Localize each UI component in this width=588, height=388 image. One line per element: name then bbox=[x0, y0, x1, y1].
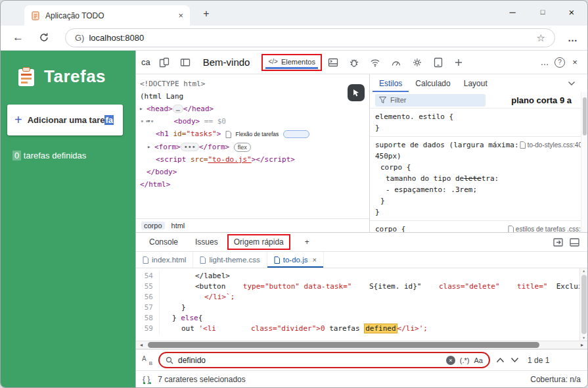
code-editor[interactable]: 54</label> 55<button type="button" data-… bbox=[136, 268, 587, 341]
file-tab-index-html[interactable]: index.html bbox=[136, 252, 193, 268]
scroll-left-icon[interactable]: ◂ bbox=[136, 342, 147, 348]
tree-line-doctype[interactable]: <!DOCTYPE html> bbox=[136, 78, 369, 90]
tree-line-body-close[interactable]: </body> bbox=[136, 166, 369, 178]
script-src-link[interactable]: "to-do.js" bbox=[208, 155, 251, 164]
tree-line-h1[interactable]: <h1 id="tasks"> Flexão de tarefas bbox=[136, 128, 369, 141]
match-count: 1 de 1 bbox=[528, 356, 549, 365]
tree-line-html[interactable]: (html Lang bbox=[136, 90, 369, 103]
tab-computed[interactable]: Calculado bbox=[409, 75, 457, 92]
expand-arrow-icon[interactable]: ▸ bbox=[139, 103, 143, 115]
browser-menu-icon[interactable]: … bbox=[568, 32, 578, 43]
search-field[interactable]: × (.*) Aa bbox=[158, 352, 490, 368]
site-info-icon[interactable]: G) bbox=[75, 33, 84, 43]
plus-icon: + bbox=[14, 112, 22, 128]
funnel-icon bbox=[379, 97, 386, 104]
tree-line-head[interactable]: ▸<head>…</head> bbox=[136, 103, 369, 115]
tab-favicon-icon bbox=[31, 11, 40, 20]
console-drawer-icon[interactable] bbox=[328, 57, 338, 68]
collapsed-content-button[interactable]: ••• bbox=[181, 143, 199, 151]
scrollbar-thumb[interactable] bbox=[148, 342, 539, 348]
tab-layout[interactable]: Layout bbox=[457, 75, 494, 92]
search-input[interactable] bbox=[178, 356, 441, 365]
scroll-down-icon[interactable]: ▾ bbox=[582, 335, 585, 341]
translated-highlight: fa bbox=[104, 115, 114, 125]
pretty-print-icon[interactable]: { } bbox=[143, 375, 151, 384]
close-file-icon[interactable]: × bbox=[312, 256, 316, 264]
device-toolbar-icon[interactable] bbox=[159, 57, 170, 68]
tab-welcome[interactable]: Bem-vindo bbox=[196, 57, 257, 68]
more-menu-icon[interactable]: … bbox=[537, 57, 552, 67]
close-tab-icon[interactable]: × bbox=[178, 11, 183, 20]
inspect-label[interactable]: ca bbox=[141, 57, 150, 67]
tab-quick-source[interactable]: Origem rápida bbox=[227, 234, 290, 250]
file-tab-light-theme-css[interactable]: light-theme.css bbox=[193, 252, 267, 268]
bug-icon[interactable] bbox=[349, 57, 359, 68]
match-case-toggle[interactable]: Aa bbox=[474, 356, 483, 364]
refresh-button[interactable] bbox=[39, 32, 49, 43]
stylesheet-link[interactable]: estilos de tarefas .css:l bbox=[508, 224, 582, 232]
browser-toolbar: ← G) localhost:8080 ☆ … bbox=[1, 26, 587, 51]
tree-line-form[interactable]: ▸<form>•••</form> flex bbox=[136, 141, 369, 153]
performance-gauge-icon[interactable] bbox=[391, 57, 401, 68]
rule-divider bbox=[370, 220, 587, 221]
css-property: tamanho do tipo deletetra: bbox=[375, 173, 582, 184]
previous-match-icon[interactable] bbox=[496, 357, 505, 363]
new-tab-button[interactable]: + bbox=[199, 7, 214, 21]
tree-line-body[interactable]: ••• ▾<body> == $0 bbox=[136, 115, 369, 128]
dom-tree[interactable]: <!DOCTYPE html> (html Lang ▸<head>…</hea… bbox=[136, 74, 369, 218]
file-tabbar: index.html light-theme.css to-do.js× bbox=[136, 252, 587, 268]
breadcrumb-body[interactable]: corpo bbox=[141, 222, 165, 230]
tree-line-html-close[interactable]: </html> bbox=[136, 178, 369, 191]
dock-drawer-icon[interactable] bbox=[553, 238, 563, 247]
file-tab-to-do-js[interactable]: to-do.js× bbox=[267, 252, 324, 268]
status-bar: { } 7 carateres selecionados Cobertura: … bbox=[136, 370, 587, 387]
add-drawer-tab-button[interactable]: + bbox=[297, 233, 317, 251]
next-match-icon[interactable] bbox=[510, 357, 519, 363]
flex-badge[interactable]: flex bbox=[234, 143, 251, 152]
inspect-cursor-icon[interactable] bbox=[348, 84, 365, 101]
favorite-star-icon[interactable]: ☆ bbox=[537, 32, 545, 44]
chevron-down-icon[interactable] bbox=[568, 81, 576, 86]
horizontal-scrollbar[interactable]: ◂ ▸ bbox=[136, 341, 587, 349]
tab-console[interactable]: Console bbox=[141, 233, 186, 251]
styles-scrollbar[interactable] bbox=[581, 92, 587, 232]
add-panel-icon[interactable] bbox=[454, 58, 463, 67]
collapse-arrow-icon[interactable]: ▾ bbox=[147, 115, 150, 128]
device-emulation-icon[interactable] bbox=[433, 57, 443, 68]
regex-toggle[interactable]: (.*) bbox=[460, 356, 470, 364]
close-window-button[interactable]: × bbox=[557, 1, 586, 23]
expand-drawer-icon[interactable] bbox=[570, 238, 579, 247]
network-wifi-icon[interactable] bbox=[370, 57, 380, 68]
scroll-right-icon[interactable]: ▸ bbox=[577, 342, 587, 348]
scroll-up-icon[interactable]: ▴ bbox=[582, 268, 585, 274]
add-task-button[interactable]: + Adicionar uma tarefa bbox=[7, 105, 123, 135]
match-letters-icon[interactable]: AB bbox=[142, 355, 152, 366]
dock-side-icon[interactable] bbox=[180, 57, 191, 68]
flex-badge[interactable] bbox=[283, 130, 309, 138]
help-icon[interactable]: ? bbox=[554, 57, 565, 68]
close-devtools-icon[interactable]: × bbox=[568, 57, 582, 67]
search-icon bbox=[166, 356, 173, 364]
tab-styles[interactable]: Estilos bbox=[373, 75, 409, 92]
maximize-window-button[interactable]: □ bbox=[528, 1, 557, 23]
minimize-window-button[interactable]: ─ bbox=[498, 1, 527, 23]
code-line: 56</li>`; bbox=[136, 292, 587, 303]
breadcrumb-html[interactable]: html bbox=[171, 222, 185, 230]
address-bar[interactable]: G) localhost:8080 ☆ bbox=[65, 28, 555, 47]
tab-strip: Aplicação TODO × + ─ □ × bbox=[1, 1, 587, 26]
browser-tab[interactable]: Aplicação TODO × bbox=[24, 5, 190, 26]
styles-filter-input[interactable]: Filter bbox=[375, 94, 486, 107]
styles-rules[interactable]: elemento. estilo { } suporte de dados (l… bbox=[370, 109, 587, 232]
clear-search-icon[interactable]: × bbox=[446, 356, 455, 365]
collapsed-content-button[interactable]: … bbox=[173, 105, 183, 113]
settings-gear-icon[interactable] bbox=[412, 57, 422, 68]
stylesheet-link[interactable]: to-do-styles.css:40 bbox=[520, 139, 582, 151]
pseudo-class-toolbar[interactable]: plano corta 9 a bbox=[511, 95, 582, 105]
back-button[interactable]: ← bbox=[12, 31, 24, 44]
file-icon bbox=[520, 141, 526, 149]
tab-issues[interactable]: Issues bbox=[187, 233, 226, 251]
vertical-scrollbar[interactable]: ▴▾ bbox=[579, 268, 587, 341]
tree-line-script[interactable]: <script src="to-do.js"></script> bbox=[136, 153, 369, 166]
expand-arrow-icon[interactable]: ▸ bbox=[147, 141, 150, 153]
tab-elements[interactable]: </> Elementos bbox=[261, 54, 321, 71]
